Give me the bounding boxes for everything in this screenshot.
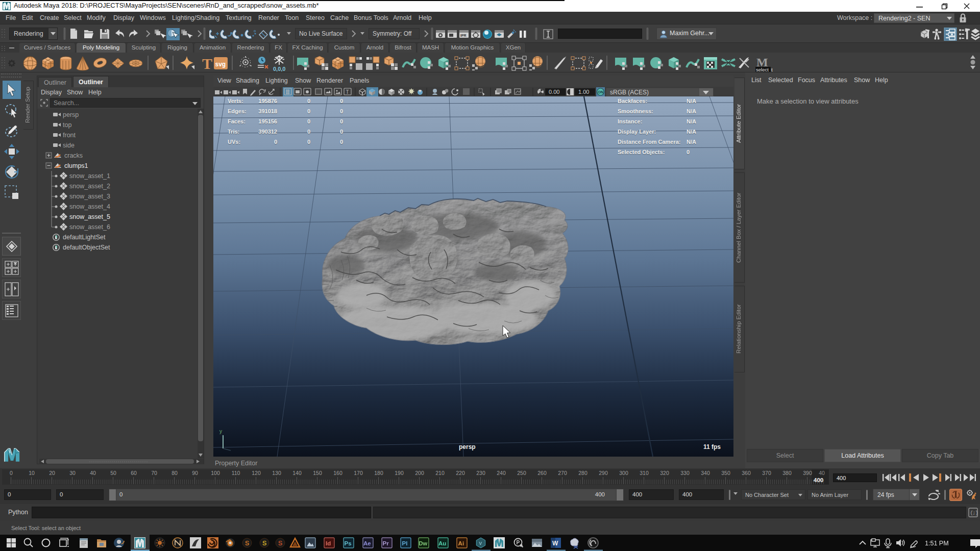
svg-text:200: 200 <box>415 470 424 476</box>
svg-text:330: 330 <box>680 470 690 476</box>
svg-text:160: 160 <box>333 470 342 476</box>
svg-text:100: 100 <box>211 470 220 476</box>
svg-text:30: 30 <box>69 470 76 476</box>
svg-text:v: v <box>479 540 482 546</box>
svg-text:240: 240 <box>497 470 506 476</box>
svg-text:T: T <box>346 89 349 95</box>
svg-text:280: 280 <box>578 470 587 476</box>
svg-text:Au: Au <box>438 540 446 546</box>
svg-text:380: 380 <box>782 470 792 476</box>
svg-text:180: 180 <box>374 470 383 476</box>
svg-text:W: W <box>552 540 558 547</box>
svg-text:340: 340 <box>701 470 710 476</box>
svg-text:40: 40 <box>90 470 96 476</box>
svg-text:220: 220 <box>456 470 465 476</box>
svg-text:170: 170 <box>354 470 363 476</box>
svg-text:60: 60 <box>131 470 137 476</box>
svg-text:120: 120 <box>252 470 261 476</box>
svg-text:150: 150 <box>313 470 322 476</box>
svg-text:Ai: Ai <box>458 540 464 546</box>
svg-text:260: 260 <box>537 470 547 476</box>
svg-text:0.00: 0.00 <box>549 89 559 95</box>
svg-text:350: 350 <box>721 470 730 476</box>
svg-text:370: 370 <box>762 470 771 476</box>
svg-text:Ae: Ae <box>363 540 371 546</box>
svg-text:20: 20 <box>49 470 55 476</box>
svg-text:140: 140 <box>292 470 302 476</box>
svg-text:70: 70 <box>151 470 157 476</box>
svg-text:Pl: Pl <box>402 540 408 546</box>
svg-text:{;}: {;} <box>970 511 978 516</box>
svg-text:sRGB (ACES): sRGB (ACES) <box>610 89 649 96</box>
svg-text:300: 300 <box>619 470 628 476</box>
svg-text:90: 90 <box>192 470 198 476</box>
svg-text:Id: Id <box>326 540 331 546</box>
svg-text:390: 390 <box>803 470 812 476</box>
svg-text:50: 50 <box>110 470 116 476</box>
svg-text:40: 40 <box>819 470 825 476</box>
svg-text:1:51 PM: 1:51 PM <box>925 540 949 547</box>
svg-text:S: S <box>262 539 267 547</box>
svg-text:110: 110 <box>232 470 240 476</box>
svg-text:ON: ON <box>598 90 603 94</box>
svg-text:P: P <box>517 540 520 545</box>
svg-text:S: S <box>245 539 250 547</box>
svg-text:Ps: Ps <box>345 540 352 546</box>
svg-text:270: 270 <box>558 470 567 476</box>
svg-text:Dw: Dw <box>419 540 428 546</box>
svg-text:130: 130 <box>272 470 281 476</box>
svg-text:Pr: Pr <box>383 540 389 546</box>
svg-text:10: 10 <box>29 470 35 476</box>
svg-text:290: 290 <box>599 470 608 476</box>
svg-text:S: S <box>278 539 283 547</box>
svg-text:80: 80 <box>172 470 178 476</box>
svg-text:320: 320 <box>660 470 669 476</box>
svg-text:0: 0 <box>10 470 13 476</box>
svg-text:210: 210 <box>435 470 445 476</box>
svg-text:250: 250 <box>517 470 526 476</box>
svg-text:1.00: 1.00 <box>578 89 589 95</box>
svg-text:230: 230 <box>476 470 485 476</box>
svg-text:190: 190 <box>395 470 404 476</box>
svg-text:IPR: IPR <box>460 34 467 37</box>
svg-text:y: y <box>219 429 222 434</box>
svg-text:310: 310 <box>640 470 649 476</box>
svg-text:360: 360 <box>742 470 751 476</box>
